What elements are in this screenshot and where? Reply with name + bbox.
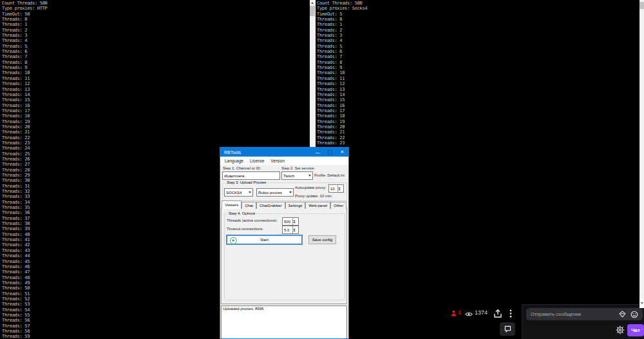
console-line: Threads: 18 (317, 113, 367, 119)
console-line: Threads: 19 (2, 119, 47, 124)
threads-spinner[interactable]: 500 (282, 217, 299, 226)
console-line: Threads: 11 (2, 76, 47, 81)
console-line: Threads: 21 (317, 130, 367, 135)
console-line: Threads: 49 (2, 280, 47, 286)
service-select[interactable]: Twitch (281, 171, 313, 180)
scrollbar-thumb[interactable] (639, 2, 644, 9)
window-title: RBTools (220, 150, 312, 155)
more-options-icon[interactable] (509, 309, 512, 318)
spin-down-icon[interactable] (293, 230, 298, 234)
console-line: Threads: 59 (2, 334, 47, 339)
chat-message-input[interactable]: Отправить сообщение (526, 308, 643, 320)
console-line: Count Threads: 500 (317, 1, 367, 6)
proxy-update-label: Proxy update: 10 min. (295, 194, 332, 198)
menu-license[interactable]: License (247, 159, 267, 163)
console-line: Type proxies: Socks4 (317, 6, 367, 11)
console-line: Threads: 17 (317, 108, 367, 113)
proxy-log-textarea[interactable]: Uploaded proxies: 8995 (221, 305, 347, 339)
proxy-source-select[interactable]: Rubot proxies (256, 188, 294, 197)
scrollbar-thumb[interactable] (310, 6, 315, 16)
service-value: Twitch (283, 174, 294, 178)
chat-input-placeholder: Отправить сообщение (531, 311, 614, 317)
step2-label: Step 2. Set service: (281, 166, 315, 170)
chevron-down-icon (308, 175, 311, 177)
console-line: Threads: 23 (317, 140, 367, 146)
close-button[interactable]: ✕ (336, 148, 348, 157)
threads-label: Threads (active connections): (227, 218, 278, 222)
viewer-count: 1374 (475, 309, 488, 316)
timeout-spinner[interactable]: 5.0 (282, 226, 299, 234)
console-line: Threads: 31 (2, 184, 47, 189)
maximize-button[interactable] (324, 148, 336, 157)
tab-other[interactable]: Other (330, 202, 346, 209)
console-line: Threads: 10 (2, 70, 47, 75)
console-line: Threads: 25 (2, 151, 47, 157)
console-line: Threads: 5 (317, 44, 367, 49)
scroll-down-icon[interactable] (639, 298, 644, 308)
console-line: Threads: 11 (317, 76, 367, 81)
console-line: Threads: 2 (2, 28, 47, 33)
console-left-output: Count Threads: 500Type proxies: HTTPTime… (2, 1, 47, 339)
console-right-scrollbar[interactable] (639, 0, 644, 308)
channel-id-input[interactable]: dlyaprimera (222, 171, 280, 180)
autoupdate-spinner[interactable]: 10 (328, 184, 344, 193)
console-line: Threads: 33 (2, 194, 47, 199)
console-line: Threads: 17 (2, 108, 47, 113)
console-line: Threads: 28 (2, 168, 47, 173)
step1-label: Step 1. Channel or ID: (223, 166, 261, 170)
scroll-up-icon[interactable] (310, 0, 315, 6)
tab-viewers[interactable]: Viewers (222, 200, 242, 209)
tab-webpanel[interactable]: Web-panel (305, 202, 330, 209)
bits-icon[interactable] (619, 311, 626, 318)
tab-strip: Viewers Chat ChatGrabber Settings Web-pa… (222, 201, 346, 209)
step3-group-title: Step 3. Upload Proxies (225, 180, 267, 184)
start-button[interactable]: Start (226, 235, 303, 245)
menu-bar: Language License Version (220, 157, 348, 165)
console-line: Threads: 1 (2, 22, 47, 27)
console-line: Threads: 19 (317, 119, 367, 124)
tab-chat[interactable]: Chat (242, 202, 256, 209)
console-line: Threads: 8 (317, 60, 367, 65)
title-bar[interactable]: RBTools — ✕ (220, 148, 348, 157)
channel-id-value: dlyaprimera (224, 174, 244, 178)
console-line: Threads: 40 (2, 232, 47, 237)
console-line: Threads: 15 (2, 97, 47, 102)
console-line: Threads: 35 (2, 205, 47, 210)
tab-settings[interactable]: Settings (285, 202, 306, 209)
spin-down-icon[interactable] (338, 189, 343, 193)
emote-icon[interactable] (630, 311, 638, 318)
start-button-label: Start (260, 238, 269, 242)
proxy-type-select[interactable]: SOCKS4 (224, 188, 253, 197)
minimize-button[interactable]: — (312, 148, 324, 157)
console-line: Threads: 7 (2, 54, 47, 59)
console-line: Threads: 21 (2, 130, 47, 135)
share-icon[interactable] (494, 309, 502, 318)
console-line: Threads: 14 (2, 92, 47, 97)
console-line: Threads: 56 (2, 318, 47, 323)
step4-groupbox: Step 4. Options Threads (active connecti… (224, 213, 345, 300)
chat-bubble-button[interactable] (500, 322, 515, 336)
tab-chatgrabber[interactable]: ChatGrabber (256, 202, 285, 209)
console-line: Threads: 13 (2, 87, 47, 92)
chat-send-button[interactable]: Чат (627, 324, 644, 336)
menu-version[interactable]: Version (267, 159, 288, 163)
console-line: Threads: 20 (2, 124, 47, 130)
chevron-down-icon (249, 191, 251, 193)
chat-settings-gear-icon[interactable] (616, 325, 625, 334)
console-line: Threads: 32 (2, 189, 47, 194)
console-line: Threads: 4 (2, 38, 47, 43)
console-line: Threads: 6 (2, 49, 47, 54)
console-line: Threads: 22 (2, 135, 47, 140)
console-line: Threads: 37 (2, 216, 47, 221)
viewers-tab-panel: Step 4. Options Threads (active connecti… (221, 208, 347, 304)
chat-panel: Отправить сообщение Чат (522, 304, 644, 339)
console-line: Threads: 47 (2, 269, 47, 275)
console-line: Threads: 10 (317, 70, 367, 75)
console-line: Threads: 7 (317, 54, 367, 59)
console-line: Threads: 0 (317, 17, 367, 22)
timeout-value: 5.0 (283, 226, 292, 233)
console-line: Threads: 12 (2, 81, 47, 86)
step3-groupbox: Step 3. Upload Proxies SOCKS4 Rubot prox… (222, 182, 347, 201)
menu-language[interactable]: Language (222, 159, 247, 163)
save-config-button[interactable]: Save config (308, 235, 336, 244)
